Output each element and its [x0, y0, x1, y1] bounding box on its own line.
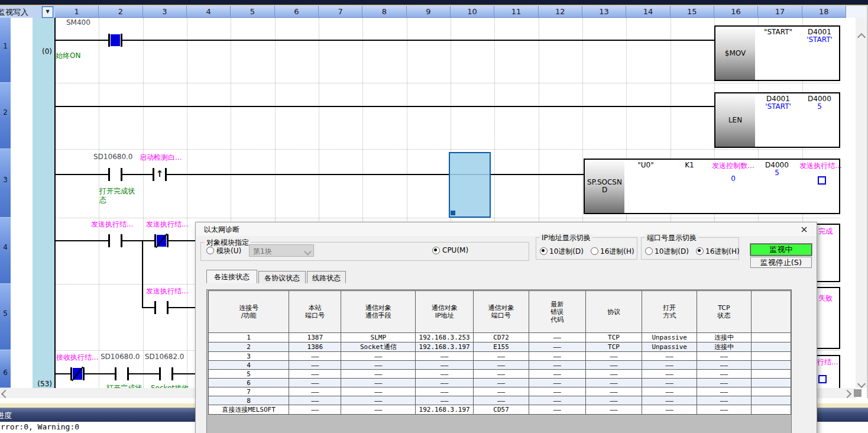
scroll-up-icon[interactable] — [857, 33, 866, 41]
ruler-column: 3 — [143, 6, 187, 18]
table-cell: 连接中 — [697, 333, 751, 342]
table-cell: —— — [474, 370, 529, 379]
monitoring-status-button[interactable]: 监视中 — [750, 244, 812, 256]
table-cell: —— — [289, 396, 341, 405]
scroll-down-icon[interactable] — [857, 380, 866, 388]
table-header-cell: 最新 错误 代码 — [529, 291, 585, 333]
contact-nc-recv-exec-energized[interactable] — [70, 367, 85, 380]
module-radio[interactable] — [206, 247, 214, 254]
table-cell: 6 — [209, 379, 289, 387]
table-cell: —— — [642, 396, 697, 405]
scroll-right-icon[interactable] — [843, 390, 851, 398]
contact-send-exec[interactable] — [108, 234, 122, 247]
table-cell: —— — [642, 405, 697, 415]
ruler-column: 16 — [714, 6, 758, 18]
ruler-column: 4 — [187, 6, 231, 18]
contact-sd10680[interactable] — [108, 168, 122, 181]
table-header-cell: 打开 方式 — [642, 291, 697, 333]
rung-number: 5 — [0, 284, 11, 350]
table-cell: —— — [585, 387, 642, 396]
ip-hex-label[interactable]: 16进制(H) — [600, 247, 634, 257]
table-cell: 192.168.3.253 — [416, 333, 474, 342]
tab-connection-status[interactable]: 各连接状态 — [206, 270, 257, 283]
table-cell: —— — [341, 361, 416, 370]
contact-sd10682-r6[interactable] — [159, 367, 173, 380]
monitor-stop-button[interactable]: 监视停止(S) — [750, 257, 812, 268]
table-cell: 连接中 — [697, 342, 751, 352]
ladder-cursor-cell[interactable] — [449, 152, 491, 218]
module-radio-label[interactable]: 模块(U) — [216, 246, 241, 256]
instruction-box-socsnd[interactable]: SP.SOCSND "U0" K1 发送控制数... 0 D4000 5 发送执… — [584, 159, 840, 214]
window-top-strip — [0, 0, 868, 5]
contact-sm400-energized[interactable] — [108, 34, 122, 47]
table-row: 5———————————————— — [209, 370, 791, 379]
port-hex-radio[interactable] — [696, 247, 704, 255]
label-fragment-complete: 完成 — [818, 227, 833, 237]
label-start-detect: 启动检测白... — [140, 153, 182, 163]
table-cell: —— — [529, 370, 585, 379]
rung-number: 1 — [0, 18, 11, 83]
monitor-value-d4000: 5 — [798, 102, 841, 111]
table-cell: —— — [642, 361, 697, 370]
table-cell: 2 — [209, 342, 289, 352]
ruler-column: 11 — [494, 6, 538, 18]
table-cell: —— — [697, 379, 751, 387]
table-cell: —— — [289, 405, 341, 415]
tab-line-status[interactable]: 线路状态 — [307, 271, 346, 283]
port-dec-label[interactable]: 10进制(D) — [655, 247, 689, 257]
table-cell: 1 — [209, 333, 289, 342]
table-header-cell: TCP 状态 — [697, 291, 751, 333]
hscroll-thumb[interactable] — [854, 389, 861, 397]
vertical-scrollbar[interactable] — [856, 18, 867, 388]
ip-dec-label[interactable]: 10进制(D) — [549, 247, 584, 257]
table-cell: —— — [341, 405, 416, 415]
operand-send-result: 发送执行结... — [799, 161, 843, 171]
table-header-cell: 通信对象 端口号 — [474, 291, 529, 333]
cursor-handle[interactable] — [451, 211, 455, 215]
table-header-cell: 通信对象 通信手段 — [341, 291, 416, 333]
table-cell: —— — [341, 379, 416, 387]
rung-number-bar: 123456 — [0, 18, 11, 388]
ruler-column: 15 — [671, 6, 714, 18]
table-cell — [751, 333, 791, 342]
table-cell: E155 — [474, 342, 529, 352]
ruler-column: 1 — [55, 6, 99, 18]
instruction-name-len: LEN — [715, 93, 755, 147]
rising-edge-arrow-icon: ↑ — [153, 167, 167, 180]
tab-protocol-status[interactable]: 各协议状态 — [258, 271, 306, 283]
instruction-box-mov[interactable]: $MOV "START" D4001 'START' — [714, 25, 840, 81]
ip-hex-radio[interactable] — [591, 247, 598, 255]
dialog-titlebar[interactable]: 以太网诊断 × — [196, 222, 817, 236]
table-cell: TCP — [585, 333, 642, 342]
port-hex-label[interactable]: 16进制(H) — [705, 247, 740, 257]
cpu-radio[interactable] — [432, 247, 440, 254]
error-warning-status: rror:0, Warning:0 — [1, 422, 79, 431]
ruler-column: 9 — [407, 6, 451, 18]
contact-send-exec-branch[interactable] — [154, 301, 169, 314]
table-cell — [751, 361, 791, 370]
table-cell: —— — [289, 387, 341, 396]
scroll-left-icon[interactable] — [1, 390, 9, 398]
contact-rising-edge[interactable]: ↑ — [153, 168, 167, 181]
table-header-cell — [751, 291, 791, 333]
step-number-53: (53) — [30, 380, 52, 388]
table-header-cell: 连接号 /功能 — [209, 291, 289, 333]
contact-nc-send-exec-energized[interactable] — [154, 234, 169, 247]
ethernet-diagnostics-dialog: 以太网诊断 × 对象模块指定 模块(U) 第1块 CPU(M) IP地址显示切换… — [195, 222, 817, 433]
port-dec-radio[interactable] — [645, 247, 653, 255]
instruction-name-socsnd: SP.SOCSND — [585, 160, 624, 213]
gx-works-window: 监视写入 ▼ 123456789101112131415161718 12345… — [0, 0, 868, 433]
contact-sd10680-r6[interactable] — [115, 367, 129, 380]
table-cell: CD72 — [474, 333, 529, 342]
instruction-box-len[interactable]: LEN D4001 'START' D4000 5 — [714, 92, 840, 148]
device-label-sm400: SM400 — [66, 18, 90, 27]
table-cell: —— — [474, 396, 529, 405]
close-icon[interactable]: × — [799, 224, 809, 235]
monitor-value-d4000: 5 — [755, 169, 799, 177]
connection-table-container: 连接号 /功能本站 端口号通信对象 通信手段通信对象 IP地址通信对象 端口号最… — [206, 289, 792, 433]
ip-dec-radio[interactable] — [540, 247, 548, 255]
table-cell: Socket通信 — [341, 342, 416, 352]
mode-dropdown-button[interactable]: ▼ — [42, 7, 53, 18]
table-cell: —— — [642, 370, 697, 379]
cpu-radio-label[interactable]: CPU(M) — [442, 246, 468, 254]
